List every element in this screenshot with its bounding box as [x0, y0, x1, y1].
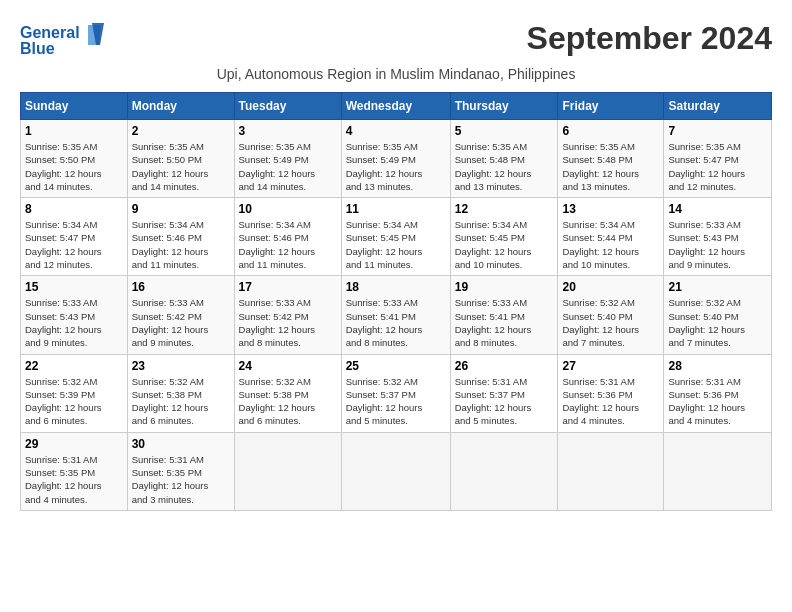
day-info: Sunrise: 5:34 AM Sunset: 5:45 PM Dayligh…: [455, 218, 554, 271]
day-number: 18: [346, 280, 446, 294]
day-number: 14: [668, 202, 767, 216]
day-info: Sunrise: 5:35 AM Sunset: 5:47 PM Dayligh…: [668, 140, 767, 193]
calendar-cell: [664, 432, 772, 510]
weekday-header: Friday: [558, 93, 664, 120]
day-number: 24: [239, 359, 337, 373]
day-info: Sunrise: 5:32 AM Sunset: 5:40 PM Dayligh…: [562, 296, 659, 349]
calendar-cell: [341, 432, 450, 510]
day-number: 20: [562, 280, 659, 294]
day-number: 16: [132, 280, 230, 294]
calendar-cell: 2Sunrise: 5:35 AM Sunset: 5:50 PM Daylig…: [127, 120, 234, 198]
svg-text:General: General: [20, 24, 80, 41]
day-number: 9: [132, 202, 230, 216]
day-info: Sunrise: 5:35 AM Sunset: 5:48 PM Dayligh…: [562, 140, 659, 193]
day-info: Sunrise: 5:34 AM Sunset: 5:45 PM Dayligh…: [346, 218, 446, 271]
calendar-cell: 5Sunrise: 5:35 AM Sunset: 5:48 PM Daylig…: [450, 120, 558, 198]
day-number: 29: [25, 437, 123, 451]
day-info: Sunrise: 5:31 AM Sunset: 5:36 PM Dayligh…: [562, 375, 659, 428]
calendar-week-row: 8Sunrise: 5:34 AM Sunset: 5:47 PM Daylig…: [21, 198, 772, 276]
calendar-cell: 22Sunrise: 5:32 AM Sunset: 5:39 PM Dayli…: [21, 354, 128, 432]
day-info: Sunrise: 5:31 AM Sunset: 5:36 PM Dayligh…: [668, 375, 767, 428]
calendar-cell: 25Sunrise: 5:32 AM Sunset: 5:37 PM Dayli…: [341, 354, 450, 432]
calendar-week-row: 22Sunrise: 5:32 AM Sunset: 5:39 PM Dayli…: [21, 354, 772, 432]
day-number: 2: [132, 124, 230, 138]
calendar-week-row: 1Sunrise: 5:35 AM Sunset: 5:50 PM Daylig…: [21, 120, 772, 198]
day-number: 10: [239, 202, 337, 216]
day-info: Sunrise: 5:31 AM Sunset: 5:35 PM Dayligh…: [132, 453, 230, 506]
calendar-cell: 27Sunrise: 5:31 AM Sunset: 5:36 PM Dayli…: [558, 354, 664, 432]
calendar-cell: 19Sunrise: 5:33 AM Sunset: 5:41 PM Dayli…: [450, 276, 558, 354]
calendar-cell: [558, 432, 664, 510]
day-number: 17: [239, 280, 337, 294]
calendar-week-row: 15Sunrise: 5:33 AM Sunset: 5:43 PM Dayli…: [21, 276, 772, 354]
svg-text:Blue: Blue: [20, 40, 55, 57]
day-number: 28: [668, 359, 767, 373]
day-info: Sunrise: 5:33 AM Sunset: 5:43 PM Dayligh…: [668, 218, 767, 271]
calendar-cell: 23Sunrise: 5:32 AM Sunset: 5:38 PM Dayli…: [127, 354, 234, 432]
day-info: Sunrise: 5:34 AM Sunset: 5:46 PM Dayligh…: [239, 218, 337, 271]
day-number: 26: [455, 359, 554, 373]
day-info: Sunrise: 5:35 AM Sunset: 5:49 PM Dayligh…: [346, 140, 446, 193]
calendar-cell: 10Sunrise: 5:34 AM Sunset: 5:46 PM Dayli…: [234, 198, 341, 276]
day-info: Sunrise: 5:32 AM Sunset: 5:37 PM Dayligh…: [346, 375, 446, 428]
calendar-cell: 28Sunrise: 5:31 AM Sunset: 5:36 PM Dayli…: [664, 354, 772, 432]
weekday-header: Sunday: [21, 93, 128, 120]
day-number: 7: [668, 124, 767, 138]
weekday-header: Monday: [127, 93, 234, 120]
day-info: Sunrise: 5:33 AM Sunset: 5:43 PM Dayligh…: [25, 296, 123, 349]
calendar-cell: [234, 432, 341, 510]
day-number: 6: [562, 124, 659, 138]
day-info: Sunrise: 5:33 AM Sunset: 5:42 PM Dayligh…: [132, 296, 230, 349]
weekday-header: Thursday: [450, 93, 558, 120]
day-info: Sunrise: 5:33 AM Sunset: 5:41 PM Dayligh…: [346, 296, 446, 349]
day-number: 8: [25, 202, 123, 216]
day-info: Sunrise: 5:33 AM Sunset: 5:42 PM Dayligh…: [239, 296, 337, 349]
calendar-cell: 14Sunrise: 5:33 AM Sunset: 5:43 PM Dayli…: [664, 198, 772, 276]
calendar-cell: 26Sunrise: 5:31 AM Sunset: 5:37 PM Dayli…: [450, 354, 558, 432]
day-number: 13: [562, 202, 659, 216]
calendar-cell: 8Sunrise: 5:34 AM Sunset: 5:47 PM Daylig…: [21, 198, 128, 276]
day-info: Sunrise: 5:35 AM Sunset: 5:50 PM Dayligh…: [25, 140, 123, 193]
calendar-cell: 20Sunrise: 5:32 AM Sunset: 5:40 PM Dayli…: [558, 276, 664, 354]
calendar-cell: 29Sunrise: 5:31 AM Sunset: 5:35 PM Dayli…: [21, 432, 128, 510]
day-number: 11: [346, 202, 446, 216]
weekday-header: Wednesday: [341, 93, 450, 120]
logo: General Blue: [20, 20, 110, 60]
day-info: Sunrise: 5:34 AM Sunset: 5:44 PM Dayligh…: [562, 218, 659, 271]
weekday-header: Saturday: [664, 93, 772, 120]
day-info: Sunrise: 5:35 AM Sunset: 5:48 PM Dayligh…: [455, 140, 554, 193]
calendar-cell: 1Sunrise: 5:35 AM Sunset: 5:50 PM Daylig…: [21, 120, 128, 198]
day-number: 12: [455, 202, 554, 216]
day-number: 25: [346, 359, 446, 373]
calendar-cell: 6Sunrise: 5:35 AM Sunset: 5:48 PM Daylig…: [558, 120, 664, 198]
day-number: 19: [455, 280, 554, 294]
day-info: Sunrise: 5:32 AM Sunset: 5:38 PM Dayligh…: [132, 375, 230, 428]
day-number: 21: [668, 280, 767, 294]
calendar-cell: 9Sunrise: 5:34 AM Sunset: 5:46 PM Daylig…: [127, 198, 234, 276]
calendar-cell: 11Sunrise: 5:34 AM Sunset: 5:45 PM Dayli…: [341, 198, 450, 276]
calendar-cell: 18Sunrise: 5:33 AM Sunset: 5:41 PM Dayli…: [341, 276, 450, 354]
day-number: 5: [455, 124, 554, 138]
calendar-cell: 12Sunrise: 5:34 AM Sunset: 5:45 PM Dayli…: [450, 198, 558, 276]
calendar-cell: 15Sunrise: 5:33 AM Sunset: 5:43 PM Dayli…: [21, 276, 128, 354]
subtitle: Upi, Autonomous Region in Muslim Mindana…: [20, 66, 772, 82]
calendar-cell: 24Sunrise: 5:32 AM Sunset: 5:38 PM Dayli…: [234, 354, 341, 432]
day-info: Sunrise: 5:31 AM Sunset: 5:37 PM Dayligh…: [455, 375, 554, 428]
day-number: 23: [132, 359, 230, 373]
calendar-cell: 17Sunrise: 5:33 AM Sunset: 5:42 PM Dayli…: [234, 276, 341, 354]
calendar-week-row: 29Sunrise: 5:31 AM Sunset: 5:35 PM Dayli…: [21, 432, 772, 510]
day-number: 3: [239, 124, 337, 138]
calendar-cell: 7Sunrise: 5:35 AM Sunset: 5:47 PM Daylig…: [664, 120, 772, 198]
day-number: 30: [132, 437, 230, 451]
day-info: Sunrise: 5:34 AM Sunset: 5:46 PM Dayligh…: [132, 218, 230, 271]
calendar-cell: 21Sunrise: 5:32 AM Sunset: 5:40 PM Dayli…: [664, 276, 772, 354]
day-number: 27: [562, 359, 659, 373]
day-number: 1: [25, 124, 123, 138]
day-info: Sunrise: 5:34 AM Sunset: 5:47 PM Dayligh…: [25, 218, 123, 271]
day-info: Sunrise: 5:35 AM Sunset: 5:50 PM Dayligh…: [132, 140, 230, 193]
day-info: Sunrise: 5:32 AM Sunset: 5:40 PM Dayligh…: [668, 296, 767, 349]
day-number: 15: [25, 280, 123, 294]
calendar-cell: 13Sunrise: 5:34 AM Sunset: 5:44 PM Dayli…: [558, 198, 664, 276]
calendar-cell: 30Sunrise: 5:31 AM Sunset: 5:35 PM Dayli…: [127, 432, 234, 510]
day-info: Sunrise: 5:33 AM Sunset: 5:41 PM Dayligh…: [455, 296, 554, 349]
